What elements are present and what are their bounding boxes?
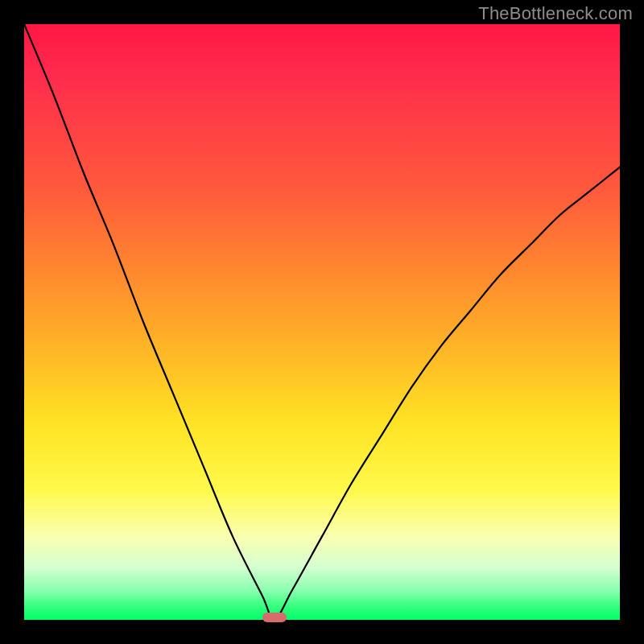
bottleneck-curve	[24, 24, 620, 620]
curve-path	[24, 24, 620, 620]
optimal-marker	[262, 613, 287, 622]
chart-frame: TheBottleneck.com	[0, 0, 644, 644]
watermark-text: TheBottleneck.com	[478, 3, 633, 24]
plot-area	[24, 24, 620, 620]
